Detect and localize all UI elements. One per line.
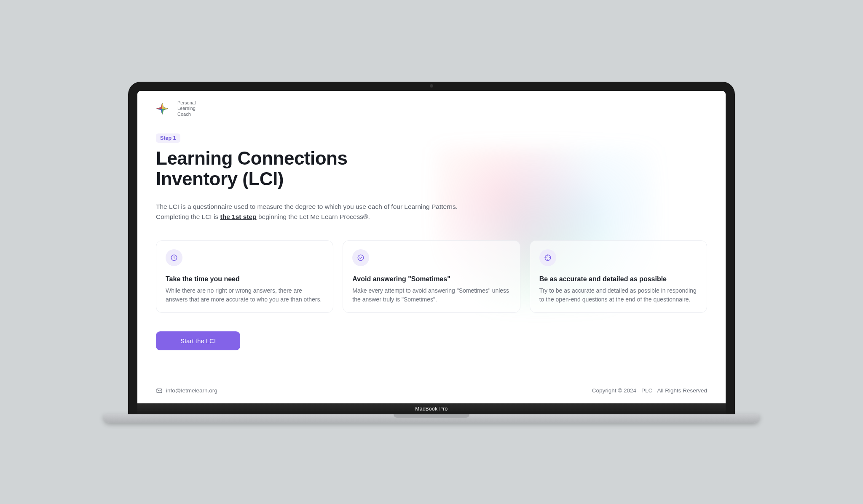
camera-dot <box>430 84 433 88</box>
intro-emphasis: the 1st step <box>220 213 257 220</box>
macbook-frame: Personal Learning Coach Step 1 Learning … <box>128 82 735 423</box>
logo-divider <box>173 103 173 115</box>
brand-line: Coach <box>177 112 196 117</box>
tip-body: Make every attempt to avoid answering "S… <box>352 286 510 304</box>
mail-icon <box>156 387 163 394</box>
tip-card: Take the time you need While there are n… <box>156 240 333 313</box>
device-chin: MacBook Pro <box>137 403 726 414</box>
footer-email[interactable]: info@letmelearn.org <box>156 387 217 394</box>
screen-bezel: Personal Learning Coach Step 1 Learning … <box>128 82 735 414</box>
step-badge: Step 1 <box>156 133 180 143</box>
brand-line: Personal <box>177 100 196 106</box>
target-icon <box>539 249 556 266</box>
screen: Personal Learning Coach Step 1 Learning … <box>137 91 726 403</box>
intro-paragraph: The LCI is a questionnaire used to measu… <box>156 202 485 222</box>
tip-card: Avoid answering "Sometimes" Make every a… <box>343 240 520 313</box>
footer-email-text: info@letmelearn.org <box>166 387 217 394</box>
start-lci-button[interactable]: Start the LCI <box>156 331 240 350</box>
logo-star-icon <box>156 102 169 115</box>
tip-title: Avoid answering "Sometimes" <box>352 275 510 283</box>
page-footer: info@letmelearn.org Copyright © 2024 - P… <box>156 380 707 403</box>
tips-cards: Take the time you need While there are n… <box>156 240 707 313</box>
tip-title: Take the time you need <box>166 275 324 283</box>
footer-copyright: Copyright © 2024 - PLC - All Rights Rese… <box>592 387 707 394</box>
brand-name: Personal Learning Coach <box>177 100 196 117</box>
brand-line: Learning <box>177 106 196 112</box>
tip-body: While there are no right or wrong answer… <box>166 286 324 304</box>
device-base <box>104 414 759 423</box>
tip-card: Be as accurate and detailed as possible … <box>530 240 707 313</box>
device-label: MacBook Pro <box>415 406 448 412</box>
brand-logo: Personal Learning Coach <box>156 100 707 117</box>
page-title: Learning Connections Inventory (LCI) <box>156 148 375 189</box>
page-content: Personal Learning Coach Step 1 Learning … <box>137 91 726 403</box>
check-circle-icon <box>352 249 369 266</box>
tip-title: Be as accurate and detailed as possible <box>539 275 697 283</box>
intro-post: beginning the Let Me Learn Process®. <box>257 213 370 220</box>
clock-icon <box>166 249 182 266</box>
tip-body: Try to be as accurate and detailed as po… <box>539 286 697 304</box>
